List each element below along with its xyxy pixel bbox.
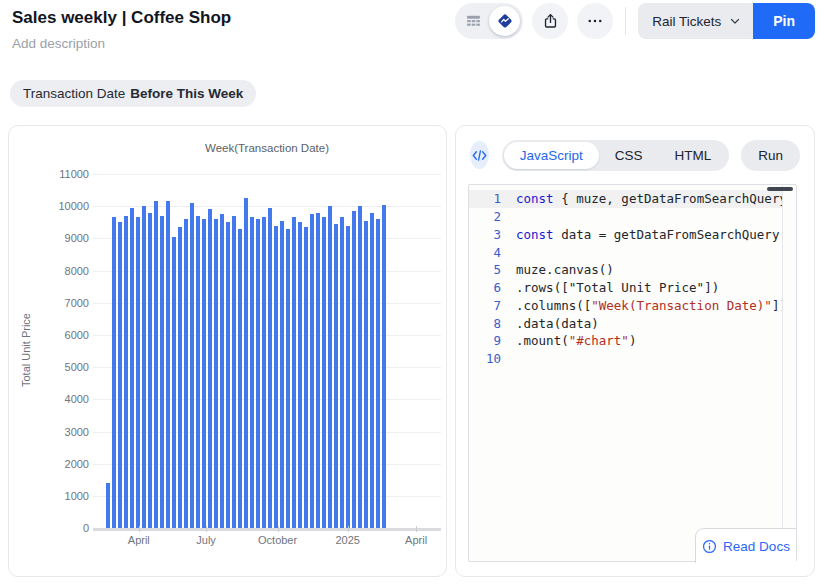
bar-week-31[interactable] xyxy=(286,229,290,528)
bar-week-16[interactable] xyxy=(196,216,200,528)
bar-week-44[interactable] xyxy=(364,221,368,528)
chart-view-button[interactable] xyxy=(489,6,520,36)
share-button[interactable] xyxy=(532,3,568,39)
bar-week-21[interactable] xyxy=(226,222,230,528)
read-docs-link[interactable]: Read Docs xyxy=(695,528,796,563)
bar-week-34[interactable] xyxy=(304,227,308,528)
code-line-9: 9.mount("#chart") xyxy=(469,332,783,350)
more-options-button[interactable] xyxy=(577,3,613,39)
bar-week-22[interactable] xyxy=(232,216,236,528)
bar-week-10[interactable] xyxy=(160,216,164,528)
y-tick-label-8000: 8000 xyxy=(11,265,89,277)
code-line-10: 10 xyxy=(469,350,783,368)
bar-week-23[interactable] xyxy=(238,229,242,528)
bar-week-25[interactable] xyxy=(250,217,254,528)
bar-week-38[interactable] xyxy=(328,206,332,528)
editor-scrollbar-thumb[interactable] xyxy=(767,187,793,191)
bar-week-1[interactable] xyxy=(106,483,110,528)
bar-week-13[interactable] xyxy=(178,227,182,528)
filter-chip-transaction-date[interactable]: Transaction Date Before This Week xyxy=(10,80,256,107)
bar-week-3[interactable] xyxy=(118,222,122,528)
editor-scrollbar-track xyxy=(782,185,783,561)
x-tick-0 xyxy=(139,526,140,532)
y-tick-label-6000: 6000 xyxy=(11,329,89,341)
bar-week-35[interactable] xyxy=(310,214,314,528)
bar-week-11[interactable] xyxy=(166,201,170,528)
line-number-5: 5 xyxy=(469,262,501,277)
run-button[interactable]: Run xyxy=(741,140,800,171)
code-text-3: const data = getDataFromSearchQuery() xyxy=(516,227,783,242)
bar-week-30[interactable] xyxy=(280,221,284,528)
code-panel: JavaScriptCSSHTML Run 1const { muze, get… xyxy=(455,125,815,577)
code-line-3: 3const data = getDataFromSearchQuery() xyxy=(469,226,783,244)
dataset-pin-control: Rail Tickets Pin xyxy=(638,3,815,39)
x-tick-4 xyxy=(416,526,417,532)
code-text-6: .rows(["Total Unit Price"]) xyxy=(516,280,719,295)
line-number-10: 10 xyxy=(469,351,501,366)
pin-button[interactable]: Pin xyxy=(753,3,815,39)
bar-week-20[interactable] xyxy=(220,214,224,528)
bar-week-41[interactable] xyxy=(346,226,350,529)
bar-week-33[interactable] xyxy=(298,222,302,528)
bar-week-36[interactable] xyxy=(316,213,320,528)
code-line-2: 2 xyxy=(469,208,783,226)
line-number-1: 1 xyxy=(469,191,501,206)
bar-week-42[interactable] xyxy=(352,211,356,528)
bar-week-5[interactable] xyxy=(130,208,134,528)
bar-week-7[interactable] xyxy=(142,206,146,528)
y-tick-label-1000: 1000 xyxy=(11,490,89,502)
add-description-field[interactable]: Add description xyxy=(12,36,105,51)
line-number-8: 8 xyxy=(469,316,501,331)
line-number-3: 3 xyxy=(469,227,501,242)
bar-week-9[interactable] xyxy=(154,201,158,528)
share-icon xyxy=(542,12,559,30)
line-number-4: 4 xyxy=(469,245,501,260)
bar-week-19[interactable] xyxy=(214,219,218,528)
bar-week-28[interactable] xyxy=(268,208,272,528)
line-number-7: 7 xyxy=(469,298,501,313)
table-icon xyxy=(465,13,482,30)
chart-panel: Week(Transaction Date) Total Unit Price … xyxy=(8,125,447,577)
bar-week-15[interactable] xyxy=(190,203,194,528)
bar-week-14[interactable] xyxy=(184,219,188,528)
x-tick-label-2: October xyxy=(258,534,297,546)
code-text-8: .data(data) xyxy=(516,316,599,331)
bar-week-40[interactable] xyxy=(340,217,344,528)
y-tick-label-0: 0 xyxy=(11,522,89,534)
code-text-9: .mount("#chart") xyxy=(516,333,636,348)
bar-week-12[interactable] xyxy=(172,237,176,528)
bar-week-29[interactable] xyxy=(274,226,278,529)
bar-week-47[interactable] xyxy=(382,205,386,528)
y-tick-label-5000: 5000 xyxy=(11,361,89,373)
code-lines: 1const { muze, getDataFromSearchQuery23c… xyxy=(469,190,783,368)
code-mode-button[interactable] xyxy=(470,141,489,169)
table-view-button[interactable] xyxy=(458,6,489,36)
code-text-7: .columns(["Week(Transaction Date)"]) xyxy=(516,298,783,313)
code-editor[interactable]: 1const { muze, getDataFromSearchQuery23c… xyxy=(468,184,797,562)
dataset-selector[interactable]: Rail Tickets xyxy=(638,3,753,39)
line-number-6: 6 xyxy=(469,280,501,295)
view-toggle xyxy=(455,3,523,39)
bar-week-32[interactable] xyxy=(292,217,296,528)
bar-week-17[interactable] xyxy=(202,219,206,528)
bar-week-37[interactable] xyxy=(322,217,326,528)
gridline-0 xyxy=(93,528,441,531)
bar-week-2[interactable] xyxy=(112,217,116,528)
bar-week-43[interactable] xyxy=(358,206,362,528)
bar-week-26[interactable] xyxy=(256,219,260,528)
bar-week-18[interactable] xyxy=(208,209,212,528)
y-tick-label-4000: 4000 xyxy=(11,393,89,405)
y-tick-label-9000: 9000 xyxy=(11,232,89,244)
tab-css[interactable]: CSS xyxy=(599,142,659,169)
x-tick-label-3: 2025 xyxy=(335,534,359,546)
bar-week-46[interactable] xyxy=(376,219,380,528)
bar-week-24[interactable] xyxy=(244,198,248,528)
bar-week-4[interactable] xyxy=(124,216,128,528)
bar-week-6[interactable] xyxy=(136,217,140,528)
bar-week-8[interactable] xyxy=(148,213,152,528)
bar-week-39[interactable] xyxy=(334,224,338,528)
bar-week-27[interactable] xyxy=(262,217,266,528)
tab-html[interactable]: HTML xyxy=(658,142,727,169)
bar-week-45[interactable] xyxy=(370,213,374,528)
tab-javascript[interactable]: JavaScript xyxy=(504,142,599,169)
